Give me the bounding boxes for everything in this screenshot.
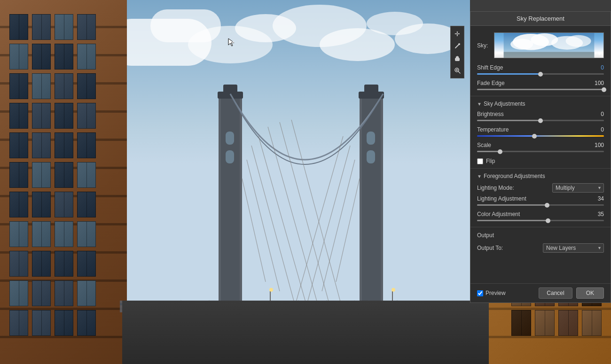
window-cell [9, 44, 28, 70]
lighting-mode-label: Lighting Mode: [477, 185, 514, 191]
preview-row: Preview [477, 290, 506, 296]
fade-edge-value[interactable]: 100 [580, 80, 604, 86]
sky-adjustments-header[interactable]: ▼ Sky Adjustments [470, 98, 611, 109]
footer-buttons: Cancel OK [539, 287, 604, 299]
window-cell [32, 14, 51, 40]
move-tool[interactable]: ✛ [452, 28, 463, 39]
svg-rect-5 [226, 150, 234, 163]
window-cell [582, 310, 602, 336]
foreground-adjustments-header[interactable]: ▼ Foreground Adjustments [470, 170, 611, 182]
brush-tool[interactable] [452, 40, 463, 52]
sky-replacement-panel: Sky Replacement Sky: [470, 12, 611, 303]
window-cell [511, 310, 531, 336]
temperature-slider[interactable] [477, 135, 604, 137]
window-cell [9, 192, 28, 217]
fade-edge-label: Fade Edge [477, 80, 505, 86]
window-cell [77, 132, 96, 158]
brightness-slider[interactable] [477, 120, 604, 121]
window-cell [77, 14, 96, 40]
svg-rect-62 [504, 52, 595, 58]
window-cell [55, 192, 73, 217]
window-cell [32, 192, 51, 217]
window-cell [32, 221, 51, 247]
svg-rect-11 [367, 150, 375, 163]
shift-edge-value[interactable]: 0 [580, 64, 604, 71]
window-cell [9, 280, 28, 306]
window-cell [32, 310, 51, 336]
window-cell [77, 44, 96, 70]
window-cell [77, 73, 96, 99]
window-cell [77, 310, 96, 336]
svg-point-61 [566, 35, 591, 47]
svg-point-47 [458, 43, 460, 45]
svg-line-19 [336, 178, 360, 282]
output-to-wrapper: New Layers Duplicate Layer Current Layer [543, 243, 604, 253]
window-cell [9, 103, 28, 129]
flip-label[interactable]: Flip [486, 158, 495, 164]
window-cell [55, 251, 73, 277]
svg-line-21 [308, 146, 350, 301]
window-cell [55, 14, 73, 40]
window-cell [77, 162, 96, 188]
temperature-value[interactable]: 0 [580, 126, 604, 133]
window-cell [9, 310, 28, 336]
svg-point-42 [392, 288, 395, 292]
flip-checkbox[interactable] [477, 158, 483, 164]
window-cell [9, 73, 28, 99]
lighting-mode-row: Lighting Mode: Multiply Screen Normal Lu… [470, 182, 611, 194]
svg-line-16 [268, 127, 322, 319]
lighting-mode-select[interactable]: Multiply Screen Normal Luminosity [552, 183, 604, 193]
window-cell [55, 310, 73, 336]
foreground-adjustments-label: Foreground Adjustments [484, 173, 545, 179]
lighting-adjustment-value[interactable]: 34 [580, 195, 604, 202]
temperature-row: Temperature 0 [470, 125, 611, 140]
sky-adjustments-chevron: ▼ [477, 101, 482, 107]
lighting-adjustment-row: Lighting Adjustment 34 [470, 194, 611, 209]
shift-edge-row: Shift Edge 0 [470, 63, 611, 78]
window-cell [55, 73, 73, 99]
color-adjustment-slider[interactable] [477, 220, 604, 221]
window-cell [55, 132, 73, 158]
output-to-select[interactable]: New Layers Duplicate Layer Current Layer [543, 243, 604, 253]
window-cell [77, 251, 96, 277]
cancel-button[interactable]: Cancel [539, 287, 572, 299]
svg-rect-50 [457, 56, 458, 58]
svg-rect-51 [458, 56, 459, 59]
output-section: Output [470, 229, 611, 242]
window-cell [9, 14, 28, 40]
scale-slider[interactable] [477, 151, 604, 152]
svg-point-40 [269, 288, 273, 292]
left-building-windows [9, 14, 96, 336]
window-cell [9, 251, 28, 277]
fade-edge-row: Fade Edge 100 [470, 78, 611, 94]
svg-line-17 [280, 122, 336, 329]
window-cell [77, 103, 96, 129]
window-cell [55, 221, 73, 247]
color-adjustment-value[interactable]: 35 [580, 211, 604, 217]
window-cell [55, 44, 73, 70]
lighting-adjustment-slider[interactable] [477, 204, 604, 206]
temperature-label: Temperature [477, 126, 509, 133]
color-adjustment-label: Color Adjustment [477, 211, 520, 217]
window-cell [55, 162, 73, 188]
brightness-label: Brightness [477, 111, 504, 117]
fade-edge-slider[interactable] [477, 89, 604, 90]
window-cell [9, 132, 28, 158]
hand-tool[interactable] [452, 53, 463, 64]
preview-label[interactable]: Preview [486, 290, 506, 296]
panel-top-bar [470, 0, 611, 12]
svg-rect-10 [367, 132, 375, 145]
shift-edge-slider[interactable] [477, 73, 604, 75]
scale-value[interactable]: 100 [580, 142, 604, 148]
sky-preview-thumbnail[interactable]: ▼ [494, 32, 604, 58]
lighting-adjustment-label: Lighting Adjustment [477, 195, 526, 202]
svg-rect-9 [364, 85, 378, 94]
zoom-tool[interactable] [452, 65, 463, 76]
brightness-value[interactable]: 0 [580, 111, 604, 117]
window-cell [32, 162, 51, 188]
window-cell [9, 162, 28, 188]
window-cell [77, 280, 96, 306]
ok-button[interactable]: OK [576, 287, 604, 299]
panel-content[interactable]: Sky: [470, 26, 611, 283]
preview-checkbox[interactable] [477, 290, 483, 296]
